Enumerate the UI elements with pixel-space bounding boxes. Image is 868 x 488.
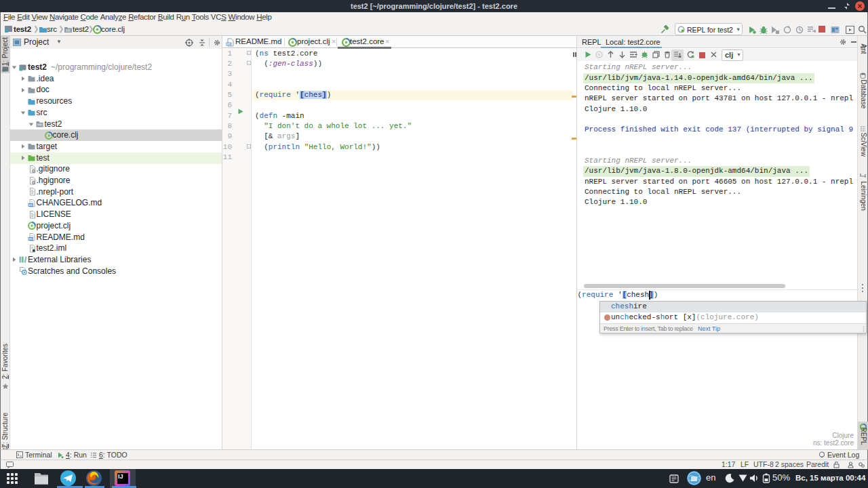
- svg-text:MD: MD: [28, 203, 33, 207]
- svg-text:MD: MD: [28, 237, 33, 241]
- svg-text:MD: MD: [226, 43, 232, 46]
